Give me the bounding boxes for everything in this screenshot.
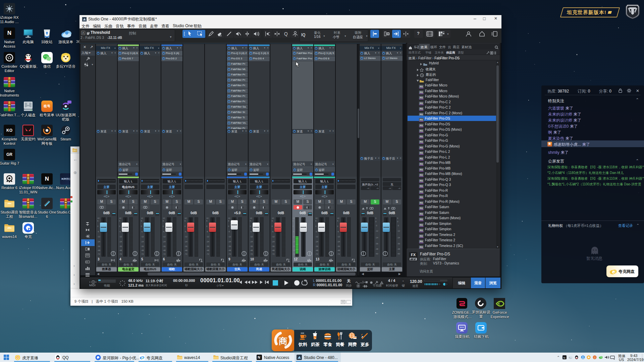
svg-text:N: N <box>258 355 260 359</box>
svg-text:Q: Q <box>284 31 288 37</box>
svg-text:N: N <box>564 356 566 359</box>
svg-text:⚡: ⚡ <box>608 11 612 14</box>
